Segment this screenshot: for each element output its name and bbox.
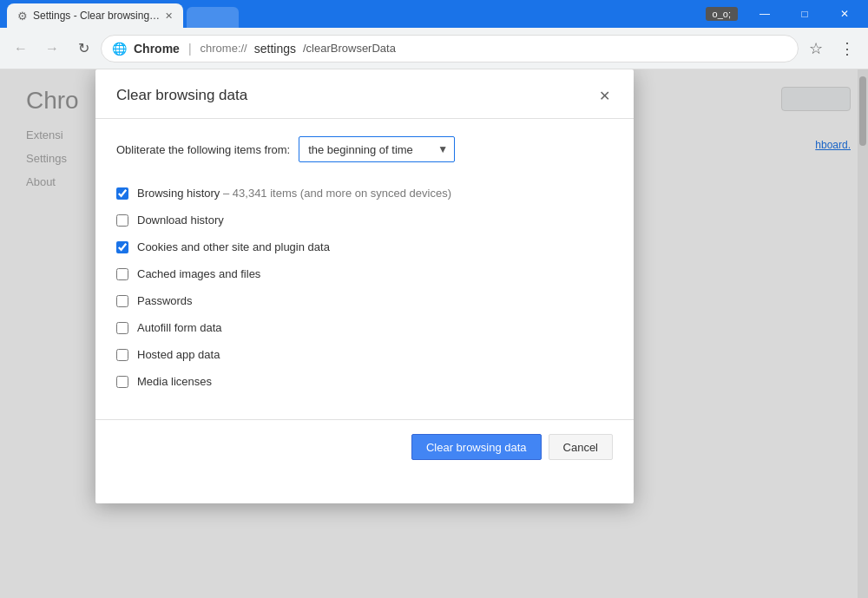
checkbox-autofill: Autofill form data: [116, 314, 613, 341]
minimize-button[interactable]: —: [745, 0, 785, 28]
modal-header: Clear browsing data ✕: [95, 69, 634, 119]
obliterate-row: Obliterate the following items from: the…: [116, 136, 613, 162]
passwords-text: Passwords: [137, 294, 193, 307]
time-range-select[interactable]: the past hour the past day the past week…: [299, 136, 455, 162]
media-licenses-text: Media licenses: [137, 375, 212, 388]
autofill-text: Autofill form data: [137, 321, 222, 334]
inactive-tab[interactable]: [187, 7, 239, 28]
page-background: Chro Extensi Settings About hboard. Clea…: [0, 69, 868, 598]
media-licenses-checkbox[interactable]: [116, 376, 128, 388]
download-history-checkbox[interactable]: [116, 214, 128, 227]
back-button[interactable]: ←: [7, 35, 35, 62]
tab-favicon: ⚙: [17, 10, 28, 23]
tab-label: Settings - Clear browsing…: [33, 10, 160, 22]
autofill-checkbox[interactable]: [116, 322, 128, 334]
passwords-label[interactable]: Passwords: [137, 294, 193, 307]
obliterate-label: Obliterate the following items from:: [116, 143, 290, 156]
checkbox-media-licenses: Media licenses: [116, 368, 613, 395]
modal-footer: Clear browsing data Cancel: [95, 419, 634, 474]
download-history-label[interactable]: Download history: [137, 214, 224, 227]
modal-body: Obliterate the following items from: the…: [95, 119, 634, 412]
forward-button[interactable]: →: [38, 35, 66, 62]
hosted-app-checkbox[interactable]: [116, 349, 128, 361]
tab-close-button[interactable]: ✕: [165, 10, 173, 22]
active-tab[interactable]: ⚙ Settings - Clear browsing… ✕: [7, 3, 183, 28]
profile-button[interactable]: o_o;: [706, 7, 738, 21]
cookies-label[interactable]: Cookies and other site and plugin data: [137, 240, 330, 253]
chrome-label: Chrome: [134, 42, 180, 56]
url-rest: /clearBrowserData: [303, 42, 396, 55]
hosted-app-text: Hosted app data: [137, 348, 220, 361]
checkbox-download-history: Download history: [116, 207, 613, 233]
modal-overlay: Clear browsing data ✕ Obliterate the fol…: [0, 69, 868, 598]
hosted-app-label[interactable]: Hosted app data: [137, 348, 220, 361]
time-select-wrapper: the past hour the past day the past week…: [299, 136, 455, 162]
bookmark-button[interactable]: ☆: [802, 35, 830, 62]
window-controls: o_o; — □ ✕: [706, 0, 868, 28]
cookies-text: Cookies and other site and plugin data: [137, 240, 330, 253]
checkbox-browsing-history: Browsing history – 43,341 items (and mor…: [116, 180, 613, 207]
browsing-history-text: Browsing history: [137, 187, 220, 200]
modal-close-button[interactable]: ✕: [595, 87, 613, 104]
browsing-history-count: – 43,341 items (and more on synced devic…: [220, 187, 451, 200]
browsing-history-checkbox[interactable]: [116, 187, 128, 200]
checkbox-passwords: Passwords: [116, 287, 613, 314]
tab-bar: ⚙ Settings - Clear browsing… ✕: [0, 0, 239, 28]
url-scheme: chrome://: [201, 42, 247, 55]
reload-button[interactable]: ↻: [69, 35, 97, 62]
cached-images-label[interactable]: Cached images and files: [137, 267, 260, 280]
clear-browsing-data-dialog: Clear browsing data ✕ Obliterate the fol…: [95, 69, 634, 503]
checkbox-cached-images: Cached images and files: [116, 260, 613, 287]
url-settings: settings: [254, 42, 296, 56]
site-security-icon: 🌐: [112, 42, 127, 56]
clear-browsing-data-button[interactable]: Clear browsing data: [411, 434, 542, 460]
url-separator: |: [188, 42, 192, 56]
chrome-menu-button[interactable]: ⋮: [833, 35, 861, 62]
maximize-button[interactable]: □: [785, 0, 825, 28]
cookies-checkbox[interactable]: [116, 241, 128, 253]
cached-images-text: Cached images and files: [137, 267, 260, 280]
autofill-label[interactable]: Autofill form data: [137, 321, 222, 334]
browsing-history-label[interactable]: Browsing history – 43,341 items (and mor…: [137, 187, 451, 200]
checkbox-cookies: Cookies and other site and plugin data: [116, 233, 613, 260]
download-history-text: Download history: [137, 214, 224, 227]
browser-toolbar: ← → ↻ 🌐 Chrome | chrome://settings/clear…: [0, 28, 868, 69]
modal-title: Clear browsing data: [116, 87, 247, 104]
cached-images-checkbox[interactable]: [116, 268, 128, 280]
title-bar: ⚙ Settings - Clear browsing… ✕ o_o; — □ …: [0, 0, 868, 28]
media-licenses-label[interactable]: Media licenses: [137, 375, 212, 388]
close-button[interactable]: ✕: [825, 0, 865, 28]
cancel-button[interactable]: Cancel: [549, 434, 613, 460]
passwords-checkbox[interactable]: [116, 295, 128, 307]
address-bar[interactable]: 🌐 Chrome | chrome://settings/clearBrowse…: [101, 35, 799, 62]
checkbox-hosted-app: Hosted app data: [116, 341, 613, 368]
